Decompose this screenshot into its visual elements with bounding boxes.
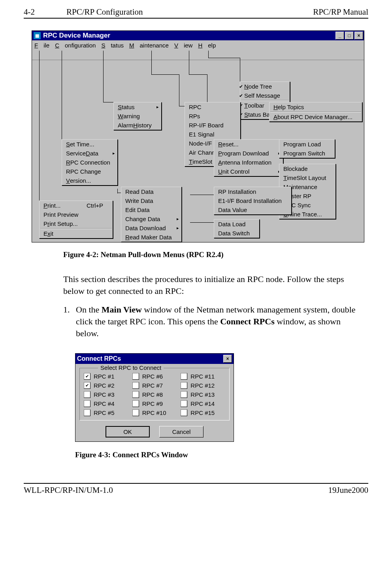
menu-item-rps[interactable]: RPs (185, 112, 240, 121)
checkbox-icon (132, 400, 139, 407)
checkbox-icon (181, 382, 187, 389)
intro-paragraph: This section describes the procedures to… (63, 273, 364, 297)
minimize-button[interactable]: _ (335, 32, 344, 40)
rpc-checkbox-10[interactable]: RPC #10 (132, 409, 177, 416)
dropdown-changedata: RP Installation E1-I/F Board Installatio… (214, 187, 292, 215)
menu-item-unit-control[interactable]: Unit Control (214, 167, 283, 176)
menu-item-set-time[interactable]: Set Time... (62, 140, 117, 149)
menu-item-print-preview[interactable]: Print Preview (40, 210, 113, 219)
dropdown-config: Set Time... Service Data RPC Connection … (62, 139, 118, 186)
menu-item-data-load[interactable]: Data Load (214, 220, 259, 229)
rpc-checkbox-5[interactable]: RPC #5 (84, 409, 128, 416)
rpc-checkbox-14[interactable]: RPC #14 (181, 400, 225, 407)
dropdown-file: Print...Ctrl+P Print Preview Print Setup… (39, 201, 113, 239)
figure-2: Connect RPCs × Select RPC to Connect ✔RP… (75, 353, 368, 442)
menu-item-write-data[interactable]: Write Data (121, 196, 181, 205)
step-1: 1. On the Main View window of the Netman… (63, 304, 364, 339)
menu-item-prog-switch[interactable]: Program Switch (279, 149, 335, 158)
menu-item-edit-data[interactable]: Edit Data (121, 205, 181, 214)
ok-button[interactable]: OK (106, 426, 150, 437)
menu-help[interactable]: Help (198, 42, 216, 49)
menu-item-change-data[interactable]: Change Data (121, 214, 181, 223)
manual-title: RPC/RP Manual (313, 7, 368, 17)
menu-item-exit[interactable]: Exit (40, 229, 113, 238)
menu-item-data-switch[interactable]: Data Switch (214, 229, 259, 238)
dialog-title: Connect RPCs (77, 355, 121, 362)
menu-status[interactable]: Status (101, 42, 124, 49)
menubar: File Configuration Status Maintenance Vi… (32, 40, 364, 60)
menu-view[interactable]: View (174, 42, 193, 49)
menu-item-antenna[interactable]: Antenna Information (214, 158, 283, 167)
figure-1: ▦ RPC Device Manager _ □ × File Configur… (32, 30, 368, 242)
dropdown-servicedata: Read Data Write Data Edit Data Change Da… (121, 187, 182, 242)
dropdown-ddl: Data Load Data Switch (214, 219, 260, 238)
menu-item-rpc-conn[interactable]: RPC Connection (62, 158, 117, 167)
menu-item-about[interactable]: About RPC Device Manager... (270, 112, 362, 121)
menu-item-e1[interactable]: E1 Signal (185, 130, 240, 139)
rpc-checkbox-7[interactable]: RPC #7 (132, 382, 177, 389)
rpc-checkbox-1[interactable]: ✔RPC #1 (84, 373, 128, 380)
menu-item-rpc-change[interactable]: RPC Change (62, 167, 117, 176)
footer-left: WLL-RPC/RP-IN/UM-1.0 (24, 485, 113, 495)
dropdown-status: Status Warning Alarm History (113, 102, 162, 130)
menu-item-service-data[interactable]: Service Data (62, 149, 117, 158)
app-icon: ▦ (34, 32, 41, 39)
menu-item-node-tree[interactable]: Node Tree (240, 82, 290, 91)
rpc-checkbox-11[interactable]: RPC #11 (181, 373, 225, 380)
rpc-checkbox-2[interactable]: ✔RPC #2 (84, 382, 128, 389)
rpc-checkbox-8[interactable]: RPC #8 (132, 391, 177, 398)
checkbox-icon (181, 400, 187, 407)
titlebar: ▦ RPC Device Manager _ □ × (32, 31, 364, 40)
menu-item-help-topics[interactable]: Help Topics (270, 102, 362, 112)
menu-item-blockade[interactable]: Blockade (279, 164, 335, 173)
menu-item-alarm-history[interactable]: Alarm History (114, 121, 161, 130)
rpc-checkbox-6[interactable]: RPC #6 (132, 373, 177, 380)
rpc-checkbox-13[interactable]: RPC #13 (181, 391, 225, 398)
menu-item-read-data[interactable]: Read Data (121, 187, 181, 196)
dropdown-help: Help Topics About RPC Device Manager... (269, 102, 362, 122)
checkbox-icon (181, 391, 187, 398)
connect-rpcs-dialog: Connect RPCs × Select RPC to Connect ✔RP… (75, 353, 234, 442)
cancel-button[interactable]: Cancel (159, 426, 204, 437)
menu-item-prog-load[interactable]: Program Load (279, 140, 335, 149)
close-button[interactable]: × (354, 32, 363, 40)
menu-item-data-download[interactable]: Data Download (121, 223, 181, 233)
menu-item-e1-install[interactable]: E1-I/F Board Installation (214, 196, 291, 205)
rpc-checkbox-15[interactable]: RPC #15 (181, 409, 225, 416)
checkbox-icon (84, 391, 90, 398)
maximize-button[interactable]: □ (345, 32, 354, 40)
menu-item-rpc[interactable]: RPC (185, 102, 240, 112)
menu-item-prog-download[interactable]: Program Download (214, 149, 283, 158)
menu-item-tslayout[interactable]: TimeSlot Layout (279, 173, 335, 182)
menu-item-print-setup[interactable]: Print Setup... (40, 219, 113, 228)
menu-item-print[interactable]: Print...Ctrl+P (40, 201, 113, 210)
checkbox-icon: ✔ (84, 382, 90, 389)
figure2-caption: Figure 4-3: Connect RPCs Window (75, 451, 368, 459)
menu-item-reset[interactable]: Reset... (214, 140, 283, 149)
menu-item-warning[interactable]: Warning (114, 112, 161, 121)
rpc-checkbox-4[interactable]: RPC #4 (84, 400, 128, 407)
checkbox-icon (132, 391, 139, 398)
checkbox-icon: ✔ (84, 373, 90, 380)
page-header: 4-2 RPC/RP Configuration RPC/RP Manual (24, 7, 368, 19)
menu-item-data-value[interactable]: Data Value (214, 205, 291, 214)
menu-item-rp-install[interactable]: RP Installation (214, 187, 291, 196)
checkbox-icon (84, 400, 90, 407)
menu-item-version[interactable]: Version... (62, 176, 117, 185)
menu-maint[interactable]: Maintenance (129, 42, 169, 49)
menu-item-read-maker[interactable]: Read Maker Data (121, 233, 181, 242)
page-footer: WLL-RPC/RP-IN/UM-1.0 19June2000 (24, 483, 368, 495)
menu-config[interactable]: Configuration (55, 42, 96, 49)
rpc-checkbox-9[interactable]: RPC #9 (132, 400, 177, 407)
page-number: 4-2 (24, 7, 35, 17)
menu-item-rpif[interactable]: RP-I/F Board (185, 121, 240, 130)
rpc-checkbox-12[interactable]: RPC #12 (181, 382, 225, 389)
rpc-checkbox-3[interactable]: RPC #3 (84, 391, 128, 398)
checkbox-icon (132, 382, 139, 389)
checkbox-icon (132, 409, 139, 416)
menu-item-status[interactable]: Status (114, 102, 161, 112)
menu-file[interactable]: File (34, 42, 49, 49)
checkbox-icon (132, 373, 139, 380)
dialog-close-button[interactable]: × (223, 355, 232, 363)
menu-item-self-message[interactable]: Self Message (240, 91, 290, 100)
